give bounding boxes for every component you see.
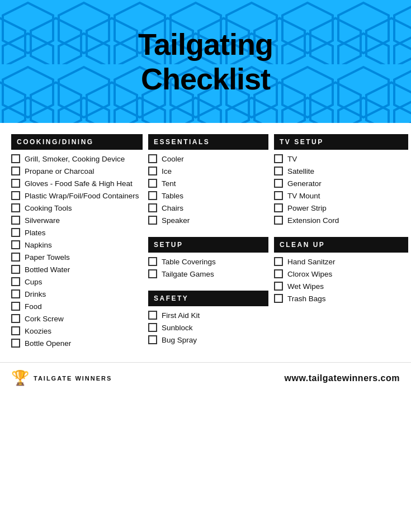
checkbox[interactable] xyxy=(274,191,283,200)
checkbox[interactable] xyxy=(11,314,20,323)
list-item: Grill, Smoker, Cooking Device xyxy=(11,154,143,163)
item-label: Propane or Charcoal xyxy=(25,167,95,175)
item-label: Silverware xyxy=(25,216,60,225)
item-label: Tailgate Games xyxy=(162,270,214,278)
essentials-list: CoolerIceTentTablesChairsSpeaker xyxy=(148,154,268,225)
list-item: Speaker xyxy=(148,216,268,225)
list-item: Sunblock xyxy=(148,323,268,332)
list-item: Trash Bags xyxy=(274,294,408,303)
middle-column: ESSENTIALS CoolerIceTentTablesChairsSpea… xyxy=(148,134,268,351)
item-label: Paper Towels xyxy=(25,253,70,262)
item-label: Koozies xyxy=(25,327,51,335)
checkbox[interactable] xyxy=(148,154,157,163)
checkbox[interactable] xyxy=(11,154,20,163)
checkbox[interactable] xyxy=(148,167,157,175)
checkbox[interactable] xyxy=(274,154,283,163)
item-label: Bottle Opener xyxy=(25,339,71,348)
checkbox[interactable] xyxy=(274,203,283,212)
item-label: Plastic Wrap/Foil/Food Containers xyxy=(25,192,139,200)
item-label: Tent xyxy=(162,179,176,188)
cleanup-section: CLEAN UP Hand SanitzerClorox WipesWet Wi… xyxy=(274,237,408,306)
list-item: Drinks xyxy=(11,289,143,298)
main-grid: COOKING/DINING Grill, Smoker, Cooking De… xyxy=(11,134,400,351)
checkbox[interactable] xyxy=(274,167,283,175)
cooking-dining-header: COOKING/DINING xyxy=(11,134,143,150)
checkbox[interactable] xyxy=(274,179,283,188)
list-item: TV xyxy=(274,154,408,163)
trophy-icon: 🏆 xyxy=(11,369,29,387)
item-label: Generator xyxy=(287,179,322,188)
list-item: Clorox Wipes xyxy=(274,269,408,278)
item-label: Power Strip xyxy=(287,204,327,212)
item-label: Grill, Smoker, Cooking Device xyxy=(25,155,125,163)
list-item: Bug Spray xyxy=(148,335,268,344)
checkbox[interactable] xyxy=(148,191,157,200)
list-item: Extension Cord xyxy=(274,216,408,225)
checkbox[interactable] xyxy=(11,216,20,225)
checkbox[interactable] xyxy=(148,216,157,225)
checkbox[interactable] xyxy=(274,269,283,278)
checkbox[interactable] xyxy=(148,335,157,344)
checkbox[interactable] xyxy=(11,339,20,348)
checkbox[interactable] xyxy=(148,179,157,188)
footer: 🏆 TAILGATE WINNERS www.tailgatewinners.c… xyxy=(0,362,411,392)
list-item: Cork Screw xyxy=(11,314,143,323)
footer-logo: 🏆 TAILGATE WINNERS xyxy=(11,369,112,387)
cooking-dining-column: COOKING/DINING Grill, Smoker, Cooking De… xyxy=(11,134,143,351)
item-label: Sunblock xyxy=(162,324,193,332)
checkbox[interactable] xyxy=(11,203,20,212)
checkbox[interactable] xyxy=(148,311,157,320)
title-line1: Tailgating xyxy=(138,27,273,61)
item-label: Bug Spray xyxy=(162,336,197,344)
checkbox[interactable] xyxy=(148,323,157,332)
checkbox[interactable] xyxy=(11,326,20,335)
item-label: Bottled Water xyxy=(25,265,70,274)
checkbox[interactable] xyxy=(11,191,20,200)
footer-brand: TAILGATE WINNERS xyxy=(34,375,112,382)
list-item: Gloves - Food Safe & High Heat xyxy=(11,179,143,188)
main-title: Tailgating Checklist xyxy=(138,27,273,96)
checkbox[interactable] xyxy=(274,294,283,303)
checkbox[interactable] xyxy=(11,265,20,274)
cleanup-list: Hand SanitzerClorox WipesWet WipesTrash … xyxy=(274,257,408,303)
checkbox[interactable] xyxy=(11,167,20,175)
setup-list: Table CoveringsTailgate Games xyxy=(148,257,268,278)
list-item: Propane or Charcoal xyxy=(11,167,143,175)
checkbox[interactable] xyxy=(11,240,20,249)
list-item: Food xyxy=(11,302,143,311)
item-label: Tables xyxy=(162,192,183,200)
tv-setup-header: TV SETUP xyxy=(274,134,408,150)
title-line2: Checklist xyxy=(141,62,270,96)
item-label: Gloves - Food Safe & High Heat xyxy=(25,179,133,188)
list-item: Satellite xyxy=(274,167,408,175)
list-item: TV Mount xyxy=(274,191,408,200)
item-label: Satellite xyxy=(287,167,314,175)
header: Tailgating Checklist xyxy=(0,0,411,123)
checkbox[interactable] xyxy=(11,253,20,262)
item-label: Napkins xyxy=(25,241,52,249)
checkbox[interactable] xyxy=(274,257,283,266)
list-item: Silverware xyxy=(11,216,143,225)
setup-header: SETUP xyxy=(148,237,268,253)
checkbox[interactable] xyxy=(148,203,157,212)
list-item: Wet Wipes xyxy=(274,282,408,291)
checkbox[interactable] xyxy=(148,269,157,278)
item-label: Plates xyxy=(25,229,46,237)
checkbox[interactable] xyxy=(11,302,20,311)
checkbox[interactable] xyxy=(11,179,20,188)
item-label: Extension Cord xyxy=(287,216,339,225)
checkbox[interactable] xyxy=(11,228,20,237)
safety-section: SAFETY First Aid KitSunblockBug Spray xyxy=(148,291,268,348)
checkbox[interactable] xyxy=(11,289,20,298)
checkbox[interactable] xyxy=(148,257,157,266)
list-item: Koozies xyxy=(11,326,143,335)
list-item: Tailgate Games xyxy=(148,269,268,278)
checkbox[interactable] xyxy=(274,282,283,291)
footer-url: www.tailgatewinners.com xyxy=(284,373,400,383)
checkbox[interactable] xyxy=(11,277,20,286)
checkbox[interactable] xyxy=(274,216,283,225)
list-item: Paper Towels xyxy=(11,253,143,262)
essentials-header: ESSENTIALS xyxy=(148,134,268,150)
item-label: Cooler xyxy=(162,155,184,163)
list-item: Tables xyxy=(148,191,268,200)
